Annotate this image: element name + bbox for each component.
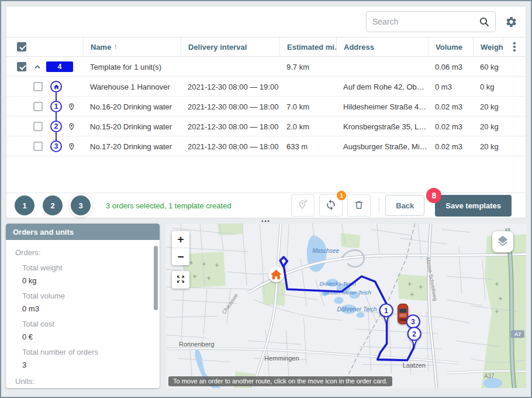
order-checkbox[interactable]	[33, 102, 43, 111]
column-label-name: Name	[91, 43, 111, 52]
order-select-cell: 3	[6, 136, 83, 156]
table-empty-area	[6, 156, 526, 193]
table-row-order-2[interactable]: 2 No.15-20 Drinking water 2021-12-30 08:…	[6, 116, 526, 136]
map-label-a37: A37	[484, 373, 495, 379]
bottom-section: Orders and units Orders: Total weight 0 …	[6, 224, 526, 388]
zoom-out-button[interactable]: −	[172, 248, 189, 265]
location-pin-icon	[68, 103, 75, 111]
logistics-window: Name ↑ Delivery interval Estimated mi… A…	[1, 1, 531, 397]
select-all-cell	[6, 37, 83, 56]
route-rail: 3	[50, 136, 63, 156]
sync-routes-button[interactable]: 1	[319, 194, 343, 217]
summary-value: 3	[22, 361, 150, 369]
column-header-delivery-interval[interactable]: Delivery interval	[181, 37, 279, 56]
stop-number-badge: 1	[50, 101, 62, 112]
map-badge-a7: A7	[511, 330, 524, 338]
row-estimated: 7.0 km	[279, 102, 336, 111]
summary-value: 0 m3	[22, 304, 150, 313]
select-all-checkbox[interactable]	[17, 42, 26, 52]
save-templates-button[interactable]: Save templates	[435, 195, 512, 217]
location-pin-icon	[68, 123, 75, 131]
wizard-step-3-active[interactable]: 3	[71, 195, 91, 215]
map-label-hemmingen: Hemmingen	[264, 355, 299, 362]
template-estimated: 9.7 km	[279, 63, 336, 71]
row-name: No.15-20 Drinking water	[83, 122, 181, 131]
zoom-in-button[interactable]: +	[172, 231, 189, 248]
sort-asc-icon: ↑	[113, 43, 117, 51]
warehouse-checkbox[interactable]	[33, 82, 43, 91]
save-notification-badge: 8	[426, 188, 441, 203]
delete-button[interactable]	[347, 194, 371, 217]
row-name: Warehouse 1 Hannover	[83, 83, 181, 91]
summary-item: Total weight 0 kg	[22, 263, 150, 285]
svg-text:1: 1	[384, 307, 388, 315]
row-interval: 2021-12-30 08:00 — 19:00	[181, 83, 279, 91]
panel-scrollbar-thumb[interactable]	[154, 246, 158, 310]
footer-divider	[379, 198, 379, 213]
map-label-doehrener-teich: Döhrener Teich	[337, 306, 376, 313]
row-weight: 0 kg	[473, 83, 503, 91]
expand-icon	[176, 275, 185, 286]
table-row-order-1[interactable]: 1 No.16-20 Drinking water 2021-12-30 08:…	[6, 97, 526, 116]
summary-label: Total cost	[22, 320, 150, 328]
map-container[interactable]: Maschsee Dreiecks-Teich Sieben-Meter-Tei…	[166, 224, 526, 388]
table-header-row: Name ↑ Delivery interval Estimated mi… A…	[6, 37, 526, 57]
map-canvas[interactable]: Maschsee Dreiecks-Teich Sieben-Meter-Tei…	[166, 224, 526, 388]
orders-count-badge: 4	[46, 61, 73, 72]
map-label-maschsee: Maschsee	[312, 248, 339, 254]
back-button[interactable]: Back	[385, 195, 424, 216]
summary-item: Total cost 0 €	[22, 320, 150, 341]
order-checkbox[interactable]	[33, 122, 43, 131]
selection-status-text: 3 orders selected, 1 template created	[106, 201, 232, 210]
row-volume: 0.02 m3	[428, 102, 473, 111]
row-volume: 0 m3	[428, 83, 473, 91]
splitter-handle[interactable]: •••	[6, 218, 526, 224]
wizard-footer: 1 2 3 3 orders selected, 1 template crea…	[6, 193, 526, 218]
route-rail: 1	[50, 97, 63, 116]
save-templates-wrap: 8 Save templates	[435, 195, 512, 217]
column-header-volume[interactable]: Volume	[428, 37, 473, 56]
template-volume: 0.06 m3	[428, 63, 473, 71]
row-weight: 20 kg	[473, 102, 503, 111]
template-select-cell: 4	[6, 57, 83, 77]
wizard-step-1[interactable]: 1	[15, 195, 34, 215]
map-label-laatzen: Laatzen	[403, 362, 426, 369]
order-select-cell: 2	[6, 116, 83, 136]
map-home-marker[interactable]	[268, 267, 284, 282]
map-layers-button[interactable]	[492, 231, 513, 252]
table-row-template[interactable]: 4 Template for 1 unit(s) 9.7 km 0.06 m3 …	[6, 57, 526, 77]
collapse-chevron-icon[interactable]	[34, 63, 41, 70]
table-row-order-3[interactable]: 3 No.17-20 Drinking water 2021-12-30 08:…	[6, 136, 526, 156]
row-address: Hildesheimer Straße 4…	[336, 102, 428, 111]
summary-label: Total weight	[22, 263, 150, 272]
table-row-warehouse[interactable]: Warehouse 1 Hannover 2021-12-30 08:00 — …	[6, 77, 526, 97]
summary-value: 0 €	[22, 332, 150, 341]
fullscreen-button[interactable]	[172, 271, 189, 289]
column-settings-kebab-icon[interactable]	[503, 37, 526, 56]
settings-gear-icon[interactable]	[505, 16, 517, 28]
order-select-cell: 1	[6, 97, 83, 116]
stop-number-badge: 3	[50, 140, 62, 152]
column-header-estimated-mileage[interactable]: Estimated mi…	[279, 37, 336, 56]
summary-label: Total number of orders	[22, 348, 150, 356]
column-header-address[interactable]: Address	[336, 37, 428, 56]
wizard-step-2[interactable]: 2	[43, 195, 63, 215]
summary-item: Total number of orders 3	[22, 348, 150, 369]
row-interval: 2021-12-30 08:00 — 18:00	[181, 142, 279, 151]
template-checkbox[interactable]	[17, 62, 26, 71]
sync-icon	[325, 199, 337, 212]
order-checkbox[interactable]	[33, 142, 43, 151]
row-interval: 2021-12-30 08:00 — 18:00	[181, 122, 279, 131]
orders-section-label: Orders:	[15, 248, 150, 257]
map-label-ronnenberg: Ronnenberg	[179, 341, 215, 348]
row-volume: 0.02 m3	[428, 122, 473, 131]
column-header-name[interactable]: Name ↑	[83, 37, 181, 56]
svg-text:3: 3	[411, 318, 415, 326]
orders-table-card: Name ↑ Delivery interval Estimated mi… A…	[6, 6, 526, 218]
row-estimated: 2.0 km	[279, 122, 336, 131]
assign-unit-button[interactable]	[291, 194, 315, 217]
search-icon[interactable]	[479, 16, 489, 27]
row-address: Kronsbergstraße 35, L…	[336, 122, 428, 131]
search-input[interactable]	[372, 17, 479, 26]
column-header-weight[interactable]: Weight	[473, 37, 503, 56]
